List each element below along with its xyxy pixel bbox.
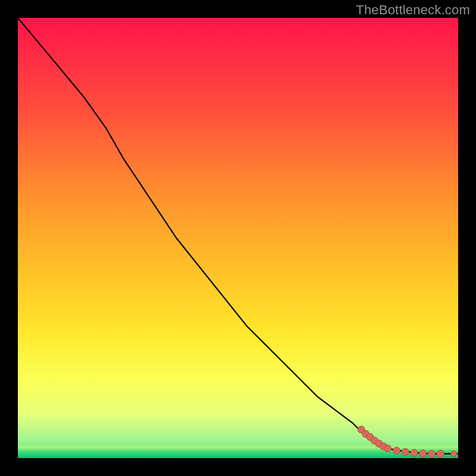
chart-frame: TheBottleneck.com bbox=[0, 0, 476, 476]
data-point bbox=[437, 450, 444, 458]
attribution-text: TheBottleneck.com bbox=[356, 2, 470, 18]
data-point bbox=[419, 450, 427, 457]
data-points-group bbox=[358, 426, 456, 458]
plot-area bbox=[18, 18, 458, 458]
chart-overlay bbox=[18, 18, 458, 458]
data-point bbox=[384, 445, 392, 452]
data-point bbox=[451, 451, 457, 457]
data-point bbox=[393, 447, 400, 454]
data-point bbox=[402, 449, 409, 456]
bottleneck-curve bbox=[18, 18, 458, 454]
data-point bbox=[411, 449, 418, 456]
data-point bbox=[428, 450, 436, 458]
